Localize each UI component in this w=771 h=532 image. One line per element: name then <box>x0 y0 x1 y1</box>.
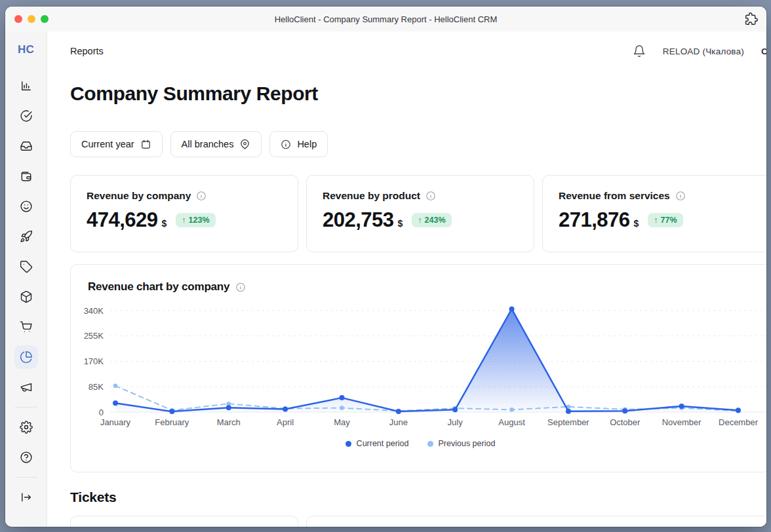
help-button-label: Help <box>297 139 317 149</box>
info-icon[interactable] <box>196 191 207 201</box>
data-point[interactable] <box>340 406 344 410</box>
wallet-icon <box>20 170 33 183</box>
delta-value: 243% <box>425 216 446 225</box>
stat-card-revenue-services: Revenue from services 271,876 $ ↑77% <box>542 175 766 252</box>
sidebar-item-cart[interactable] <box>14 315 38 339</box>
box-icon <box>20 290 33 303</box>
x-axis-month-label: August <box>498 417 525 427</box>
stat-card-value: 271,876 <box>559 208 630 232</box>
x-axis-month-label: July <box>448 417 464 427</box>
stat-card-revenue-product: Revenue by product 202,753 $ ↑243% <box>306 175 534 252</box>
sidebar-item-bar-chart[interactable] <box>14 74 38 98</box>
legend-dot <box>427 441 433 447</box>
sidebar-item-check-circle[interactable] <box>14 104 38 128</box>
notifications-bell-icon[interactable] <box>633 45 646 58</box>
smiley-icon <box>20 200 33 213</box>
filters-row: Current year All branches <box>70 131 766 157</box>
check-circle-icon <box>20 109 33 123</box>
revenue-line-chart[interactable]: 085K170K255K340KJanuaryFebruaryMarchApri… <box>71 303 766 434</box>
data-point[interactable] <box>566 409 571 414</box>
data-point[interactable] <box>169 409 174 414</box>
info-icon[interactable] <box>235 282 246 293</box>
revenue-chart-card: Revenue chart by company 085K170K255K340… <box>70 264 766 472</box>
help-button[interactable]: Help <box>269 131 328 157</box>
data-point[interactable] <box>736 408 741 413</box>
info-icon[interactable] <box>675 191 686 201</box>
arrow-up-icon: ↑ <box>418 216 422 225</box>
help-icon <box>20 451 33 464</box>
legend-item-previous-period[interactable]: Previous period <box>427 439 496 448</box>
sidebar-item-rocket[interactable] <box>14 225 38 248</box>
stat-card-value: 474,629 <box>87 208 158 232</box>
x-axis-month-label: September <box>547 417 589 427</box>
stat-card-revenue-company: Revenue by company 474,629 $ ↑123% <box>70 175 298 252</box>
branch-filter-button[interactable]: All branches <box>170 131 262 157</box>
breadcrumb[interactable]: Reports <box>70 46 104 56</box>
zoom-window-button[interactable] <box>41 15 49 23</box>
gear-icon <box>20 421 33 434</box>
stat-card-value: 202,753 <box>323 208 394 232</box>
minimize-window-button[interactable] <box>28 15 35 23</box>
tickets-cards-row <box>70 516 766 527</box>
data-point[interactable] <box>113 400 118 406</box>
sidebar-item-wallet[interactable] <box>14 164 38 188</box>
x-axis-month-label: March <box>217 417 241 427</box>
tag-icon <box>20 260 33 273</box>
data-point[interactable] <box>226 405 231 410</box>
legend-label: Current period <box>357 439 409 448</box>
y-axis-tick-label: 0 <box>99 408 104 417</box>
sidebar-item-megaphone[interactable] <box>14 375 38 399</box>
y-axis-tick-label: 340K <box>84 306 104 316</box>
sidebar-item-logout[interactable] <box>14 485 38 509</box>
pie-chart-icon <box>20 351 33 364</box>
legend-label: Previous period <box>439 439 496 448</box>
data-point[interactable] <box>509 307 515 312</box>
x-axis-month-label: December <box>719 417 759 427</box>
currency-label: $ <box>634 218 639 229</box>
x-axis-month-label: February <box>155 417 189 427</box>
map-pin-icon <box>239 139 250 150</box>
y-axis-tick-label: 170K <box>84 356 104 366</box>
extensions-icon[interactable] <box>745 12 758 26</box>
previous-period-line <box>115 386 738 411</box>
inbox-icon <box>20 140 33 153</box>
ticket-card <box>70 516 298 527</box>
data-point[interactable] <box>622 408 627 413</box>
delta-badge: ↑123% <box>176 213 215 227</box>
sidebar-item-gear[interactable] <box>14 415 38 439</box>
top-header: Reports RELOAD (Чкалова) C <box>70 38 766 64</box>
x-axis-month-label: November <box>662 417 702 427</box>
stat-card-title: Revenue by product <box>323 190 420 202</box>
sidebar-item-smiley[interactable] <box>14 195 38 218</box>
data-point[interactable] <box>452 407 458 412</box>
bar-chart-icon <box>20 79 33 92</box>
delta-badge: ↑243% <box>412 213 451 227</box>
traffic-lights[interactable] <box>14 15 49 23</box>
data-point[interactable] <box>509 408 514 412</box>
clipped-right-text[interactable]: C <box>761 47 766 56</box>
data-point[interactable] <box>113 384 118 389</box>
data-point[interactable] <box>339 395 344 400</box>
legend-item-current-period[interactable]: Current period <box>346 439 409 448</box>
period-filter-button[interactable]: Current year <box>70 131 163 157</box>
close-window-button[interactable] <box>14 15 22 23</box>
data-point[interactable] <box>396 409 401 414</box>
x-axis-month-label: October <box>610 417 641 427</box>
data-point[interactable] <box>283 406 288 411</box>
branch-reload-label[interactable]: RELOAD (Чкалова) <box>663 47 744 56</box>
legend-dot <box>346 441 351 447</box>
x-axis-month-label: April <box>277 417 294 427</box>
x-axis-month-label: June <box>389 417 408 427</box>
sidebar-item-inbox[interactable] <box>14 134 38 158</box>
info-icon[interactable] <box>425 191 436 201</box>
sidebar-item-box[interactable] <box>14 285 38 309</box>
app-window: HelloClient - Company Summary Report - H… <box>5 7 766 527</box>
stat-cards-row: Revenue by company 474,629 $ ↑123% Reven… <box>70 175 766 252</box>
data-point[interactable] <box>679 404 684 409</box>
sidebar-item-help[interactable] <box>14 446 38 469</box>
arrow-up-icon: ↑ <box>182 216 186 225</box>
megaphone-icon <box>20 381 33 394</box>
sidebar-item-pie-chart[interactable] <box>14 345 38 369</box>
app-logo[interactable]: HC <box>18 43 34 56</box>
sidebar-item-tag[interactable] <box>14 255 38 278</box>
